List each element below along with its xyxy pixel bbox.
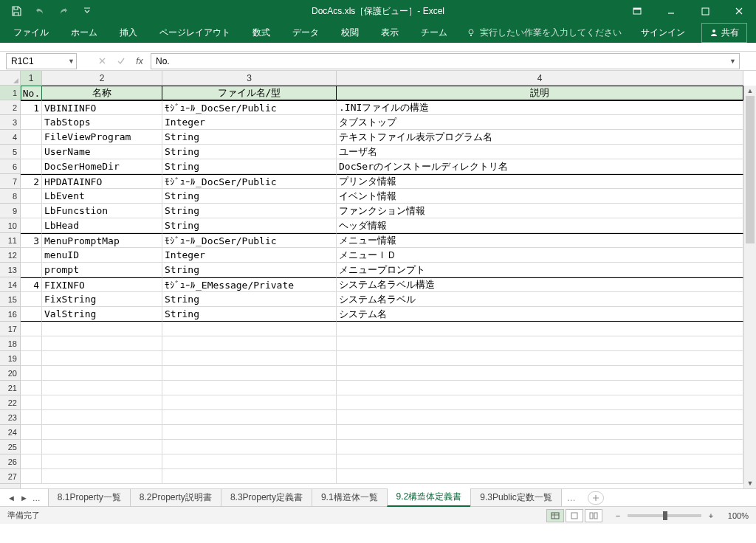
cell[interactable] (42, 336, 162, 351)
cell[interactable] (21, 145, 42, 159)
col-header[interactable]: 4 (337, 71, 743, 86)
cell[interactable]: LbFuncstion (42, 204, 162, 218)
maximize-button[interactable] (688, 0, 722, 22)
tab-view[interactable]: 表示 (371, 22, 409, 44)
cell[interactable]: ﾓｼﾞｭｰﾙ_EMessage/Private (162, 277, 337, 292)
row-header[interactable]: 3 (0, 115, 20, 130)
tab-review[interactable]: 校閲 (331, 22, 369, 44)
cell[interactable]: LbEvent (42, 189, 162, 204)
view-normal-button[interactable] (546, 509, 564, 522)
cell[interactable]: ﾓｼﾞｭｰﾙ_DocSer/Public (162, 100, 337, 115)
tab-home[interactable]: ホーム (61, 22, 108, 44)
cell[interactable] (21, 159, 42, 174)
cell[interactable]: ファイル名/型 (162, 86, 337, 100)
cell[interactable] (21, 366, 42, 381)
row-header[interactable]: 25 (0, 440, 20, 454)
cell[interactable]: 名称 (42, 86, 162, 100)
row-header[interactable]: 9 (0, 204, 20, 218)
cell[interactable]: UserName (42, 145, 162, 159)
formula-input[interactable]: No. ▼ (151, 53, 740, 69)
cell[interactable] (21, 381, 42, 395)
cell[interactable] (337, 425, 743, 440)
row-header[interactable]: 21 (0, 381, 20, 395)
cell[interactable] (337, 395, 743, 410)
cell[interactable] (21, 218, 42, 233)
cell[interactable] (21, 440, 42, 454)
row-header[interactable]: 24 (0, 425, 20, 440)
cell[interactable] (21, 336, 42, 351)
cell[interactable] (42, 410, 162, 425)
cell[interactable] (42, 395, 162, 410)
cell[interactable] (337, 322, 743, 336)
cell[interactable] (42, 425, 162, 440)
cell[interactable]: String (162, 218, 337, 233)
cell[interactable]: VBINIINFO (42, 100, 162, 115)
cell[interactable] (21, 248, 42, 263)
row-header[interactable]: 20 (0, 366, 20, 381)
cell[interactable]: MenuPromptMap (42, 233, 162, 248)
cell[interactable] (21, 263, 42, 277)
cell[interactable] (162, 351, 337, 366)
share-button[interactable]: 共有 (701, 23, 747, 43)
row-header[interactable]: 17 (0, 322, 20, 336)
cell[interactable] (42, 469, 162, 484)
tab-team[interactable]: チーム (410, 22, 458, 44)
save-button[interactable] (6, 2, 27, 20)
zoom-in-button[interactable]: + (706, 511, 716, 520)
cell[interactable]: String (162, 189, 337, 204)
cell[interactable] (21, 130, 42, 145)
view-page-break-button[interactable] (585, 509, 602, 522)
cell[interactable]: メニュー情報 (337, 233, 743, 248)
cell[interactable]: ファンクション情報 (337, 204, 743, 218)
sheet-nav-prev[interactable]: ◄ (7, 494, 16, 502)
col-header[interactable]: 2 (42, 71, 162, 86)
sheet-tab[interactable]: 9.3Public定数一覧 (470, 489, 561, 507)
cell[interactable] (337, 351, 743, 366)
row-header[interactable]: 19 (0, 351, 20, 366)
cell[interactable]: HPDATAINFO (42, 174, 162, 189)
cell[interactable]: String (162, 145, 337, 159)
scroll-thumb[interactable] (746, 96, 755, 243)
cell[interactable]: イベント情報 (337, 189, 743, 204)
cell[interactable] (21, 115, 42, 130)
add-sheet-button[interactable] (588, 491, 604, 505)
cell[interactable]: ヘッダ情報 (337, 218, 743, 233)
cell[interactable] (162, 454, 337, 469)
row-header[interactable]: 12 (0, 248, 20, 263)
cell[interactable] (42, 322, 162, 336)
cell[interactable]: ValString (42, 307, 162, 322)
cell[interactable]: No. (21, 86, 42, 100)
cell[interactable] (162, 381, 337, 395)
cells-grid[interactable]: No.名称ファイル名/型説明1VBINIINFOﾓｼﾞｭｰﾙ_DocSer/Pu… (21, 86, 756, 488)
cell[interactable] (21, 351, 42, 366)
row-header[interactable]: 23 (0, 410, 20, 425)
cell[interactable] (42, 351, 162, 366)
cell[interactable] (42, 381, 162, 395)
cell[interactable]: メニューＩＤ (337, 248, 743, 263)
redo-button[interactable] (53, 2, 74, 20)
cell[interactable]: 2 (21, 174, 42, 189)
cell[interactable]: プリンタ情報 (337, 174, 743, 189)
zoom-out-button[interactable]: − (613, 511, 623, 520)
col-header[interactable]: 3 (162, 71, 337, 86)
sheet-nav-ellipsis-right[interactable]: … (561, 493, 582, 503)
row-header[interactable]: 2 (0, 100, 20, 115)
cell[interactable] (21, 395, 42, 410)
cell[interactable] (162, 336, 337, 351)
cell[interactable] (162, 440, 337, 454)
cell[interactable]: String (162, 263, 337, 277)
cell[interactable] (162, 410, 337, 425)
cell[interactable]: 説明 (337, 86, 743, 100)
cell[interactable]: String (162, 159, 337, 174)
cell[interactable]: .INIファイルの構造 (337, 100, 743, 115)
sheet-nav-next[interactable]: ► (20, 494, 28, 502)
cell[interactable] (337, 454, 743, 469)
cell[interactable]: 1 (21, 100, 42, 115)
cell[interactable]: TabStops (42, 115, 162, 130)
cell[interactable]: Integer (162, 115, 337, 130)
cell[interactable] (42, 366, 162, 381)
cell[interactable] (337, 336, 743, 351)
enter-formula-button[interactable] (112, 53, 130, 69)
cell[interactable]: DocSerのインストールディレクトリ名 (337, 159, 743, 174)
scroll-down-button[interactable]: ▼ (744, 478, 756, 488)
